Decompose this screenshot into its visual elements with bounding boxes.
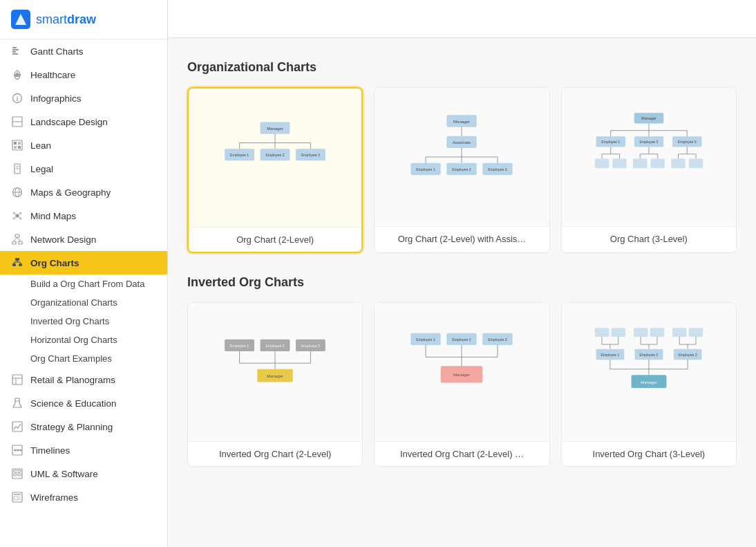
svg-rect-4 bbox=[12, 51, 16, 53]
svg-text:Employee 2: Employee 2 bbox=[266, 153, 285, 157]
sidebar-item-lean-label: Lean bbox=[30, 140, 51, 151]
svg-rect-56 bbox=[14, 470, 21, 472]
card-preview-inv-3level: Employee 1 Employee 2 Employee 3 bbox=[562, 303, 736, 441]
sidebar-item-maps-label: Maps & Geography bbox=[30, 187, 111, 198]
sidebar-item-science-label: Science & Education bbox=[30, 398, 117, 409]
svg-line-36 bbox=[14, 237, 17, 241]
svg-text:Employee 1: Employee 1 bbox=[230, 344, 249, 348]
sidebar-item-network-design[interactable]: Network Design bbox=[0, 228, 167, 251]
sidebar-item-retail-planograms[interactable]: Retail & Planograms bbox=[0, 368, 167, 391]
main-content-area: Organizational Charts Manager bbox=[168, 0, 756, 547]
svg-rect-61 bbox=[14, 497, 18, 500]
svg-text:Associate: Associate bbox=[453, 140, 471, 145]
diagram-inv-3level: Employee 1 Employee 2 Employee 3 bbox=[590, 320, 708, 424]
sidebar-item-timelines[interactable]: Timelines bbox=[0, 438, 167, 462]
sidebar-item-strategy-planning[interactable]: Strategy & Planning bbox=[0, 415, 167, 438]
svg-rect-5 bbox=[12, 53, 18, 55]
svg-rect-34 bbox=[12, 241, 16, 244]
svg-text:Manager: Manager bbox=[454, 373, 471, 377]
svg-text:Employee 2: Employee 2 bbox=[453, 337, 472, 342]
diagram-inv-2level: Employee 1 Employee 2 Employee 3 bbox=[220, 331, 330, 414]
maps-icon bbox=[11, 186, 23, 198]
svg-rect-40 bbox=[19, 263, 22, 266]
healthcare-icon bbox=[11, 68, 23, 81]
strategy-icon bbox=[11, 420, 23, 433]
sidebar-item-landscape-design[interactable]: Landscape Design bbox=[0, 110, 167, 133]
app-name: smartdraw bbox=[36, 12, 96, 27]
card-inv-3level[interactable]: Employee 1 Employee 2 Employee 3 bbox=[561, 302, 737, 467]
svg-point-54 bbox=[20, 449, 22, 452]
svg-text:Manager: Manager bbox=[641, 116, 656, 120]
card-org-2level-asst[interactable]: Manager Associate bbox=[374, 87, 549, 253]
info-icon: i bbox=[11, 92, 23, 104]
timeline-icon bbox=[11, 444, 23, 456]
uml-icon bbox=[11, 467, 23, 480]
svg-text:i: i bbox=[17, 95, 19, 102]
svg-text:Employee 3: Employee 3 bbox=[489, 337, 508, 342]
card-org-3level[interactable]: Manager Employee 1 Employee 2 bbox=[561, 87, 737, 253]
sidebar-item-healthcare[interactable]: Healthcare bbox=[0, 63, 167, 86]
sidebar-item-mind-maps-label: Mind Maps bbox=[30, 211, 76, 221]
svg-rect-122 bbox=[671, 159, 685, 169]
mindmap-icon bbox=[11, 210, 23, 222]
sidebar-item-wireframes-label: Wireframes bbox=[30, 492, 78, 503]
org-charts-grid: Manager Employee 1 Employee 2 bbox=[187, 87, 737, 253]
svg-rect-57 bbox=[14, 474, 17, 476]
sidebar-item-uml-software[interactable]: UML & Software bbox=[0, 462, 167, 485]
svg-rect-49 bbox=[12, 422, 22, 432]
svg-rect-111 bbox=[612, 159, 626, 169]
sidebar-item-infographics[interactable]: i Infographics bbox=[0, 86, 167, 110]
legal-icon bbox=[11, 163, 23, 175]
subitem-horizontal-org-charts[interactable]: Horizontal Org Charts bbox=[0, 331, 167, 349]
card-inv-2level-color[interactable]: Employee 1 Employee 2 Employee 3 M bbox=[374, 302, 549, 467]
svg-rect-33 bbox=[15, 234, 19, 237]
card-preview-inv-2level: Employee 1 Employee 2 Employee 3 bbox=[188, 303, 362, 441]
diagram-org-2level-asst: Manager Associate bbox=[406, 112, 517, 202]
sidebar-item-wireframes[interactable]: Wireframes bbox=[0, 485, 167, 509]
app-header: smartdraw bbox=[0, 0, 167, 39]
svg-rect-38 bbox=[15, 258, 19, 261]
svg-rect-123 bbox=[689, 159, 703, 169]
sidebar-item-network-label: Network Design bbox=[30, 234, 96, 245]
sidebar-item-legal-label: Legal bbox=[30, 164, 53, 174]
svg-rect-154 bbox=[672, 328, 686, 337]
card-preview-org-2level: Manager Employee 1 Employee 2 bbox=[189, 89, 361, 227]
section-title-org-charts: Organizational Charts bbox=[187, 60, 737, 75]
smartdraw-logo-icon bbox=[11, 10, 30, 29]
card-org-2level[interactable]: Manager Employee 1 Employee 2 bbox=[187, 87, 363, 253]
svg-point-53 bbox=[17, 449, 19, 452]
subitem-organizational-charts[interactable]: Organizational Charts bbox=[0, 293, 167, 312]
subitem-org-chart-examples[interactable]: Org Chart Examples bbox=[0, 349, 167, 368]
svg-rect-152 bbox=[634, 328, 648, 337]
lean-icon bbox=[11, 139, 23, 151]
svg-rect-35 bbox=[19, 241, 22, 244]
svg-rect-153 bbox=[650, 328, 664, 337]
svg-text:Employee 2: Employee 2 bbox=[266, 344, 285, 348]
card-label-inv-2level-color: Inverted Org Chart (2-Level) … bbox=[375, 441, 549, 466]
card-label-org-2level-asst: Org Chart (2-Level) with Assis… bbox=[375, 226, 549, 251]
svg-rect-2 bbox=[12, 47, 17, 48]
sidebar-item-science-education[interactable]: Science & Education bbox=[0, 391, 167, 415]
svg-text:Employee 3: Employee 3 bbox=[678, 140, 697, 144]
svg-text:Employee 1: Employee 1 bbox=[601, 140, 620, 144]
sidebar-item-landscape-label: Landscape Design bbox=[30, 117, 108, 127]
subitem-inverted-org-charts[interactable]: Inverted Org Charts bbox=[0, 312, 167, 331]
retail-icon bbox=[11, 373, 23, 386]
sidebar-item-maps-geography[interactable]: Maps & Geography bbox=[0, 180, 167, 204]
sidebar-item-org-charts-label: Org Charts bbox=[30, 258, 79, 268]
org-charts-subitems: Build a Org Chart From Data Organization… bbox=[0, 275, 167, 368]
subitem-build-org-chart[interactable]: Build a Org Chart From Data bbox=[0, 275, 167, 293]
sidebar-item-gantt-charts[interactable]: Gantt Charts bbox=[0, 39, 167, 63]
content-body: Organizational Charts Manager bbox=[168, 38, 756, 506]
sidebar-item-healthcare-label: Healthcare bbox=[30, 70, 75, 80]
diagram-inv-2level-color: Employee 1 Employee 2 Employee 3 M bbox=[406, 327, 517, 417]
sidebar-item-mind-maps[interactable]: Mind Maps bbox=[0, 204, 167, 228]
svg-rect-150 bbox=[595, 328, 609, 337]
card-inv-2level[interactable]: Employee 1 Employee 2 Employee 3 bbox=[187, 302, 363, 467]
card-label-inv-3level: Inverted Org Chart (3-Level) bbox=[562, 441, 736, 466]
sidebar-item-org-charts[interactable]: Org Charts bbox=[0, 251, 167, 275]
sidebar-item-legal[interactable]: Legal bbox=[0, 157, 167, 180]
sidebar-item-lean[interactable]: Lean bbox=[0, 133, 167, 157]
sidebar-item-gantt-label: Gantt Charts bbox=[30, 46, 84, 57]
svg-rect-62 bbox=[19, 497, 21, 498]
